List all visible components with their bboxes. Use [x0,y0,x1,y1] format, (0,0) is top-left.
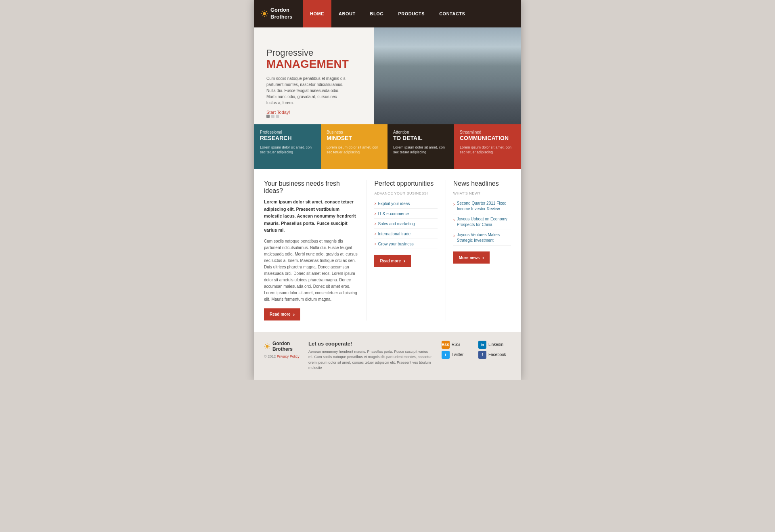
linkedin-label: Linkedin [488,342,503,347]
svg-line-14 [265,344,266,345]
news-list: Second Quarter 2011 Fixed Income Investo… [453,199,511,246]
facebook-label: Facebook [488,352,506,357]
right-subtitle: WHAT'S NEW? [453,191,511,195]
feature-mindset: Business MINDSET Lorem ipsum dolor sit a… [321,124,388,169]
footer-year: © 2012 [264,354,276,358]
hero-image [374,27,521,124]
nav-products[interactable]: PRODUCTS [391,0,432,27]
footer-logo-line1: Gordon [272,341,290,346]
left-section-title: Your business needs fresh ideas? [264,180,358,195]
logo-line2: Brothers [270,14,292,20]
footer-copyright: © 2012 Privacy Policy [264,354,300,358]
news-item-0[interactable]: Second Quarter 2011 Fixed Income Investo… [453,199,511,214]
hero-title-top: Progressive [266,48,349,58]
opp-item-4[interactable]: Grow your business [374,239,437,249]
footer: GordonBrothers © 2012 Privacy Policy Let… [254,332,521,380]
svg-line-17 [265,348,266,348]
footer-middle: Let us cooperate! Aenean nonummy hendrer… [308,341,434,371]
header: Gordon Brothers HOME ABOUT BLOG PRODUCTS… [254,0,521,27]
dot-2[interactable] [271,115,274,118]
feature-research-title: RESEARCH [260,135,315,142]
left-intro: Lorem ipsum dolor sit amet, consec tetue… [264,199,358,234]
logo-line1: Gordon [270,7,289,13]
footer-coop-text: Aenean nonummy hendrerit mauris. Phasell… [308,349,434,371]
rss-icon: RSS [442,341,450,349]
feature-detail-title: TO DETAIL [393,135,448,142]
linkedin-icon: in [478,341,486,349]
feature-research-desc: Lorem ipsum dolor sit amet, con sec tetu… [260,145,315,155]
news-item-1[interactable]: Joyous Upbeat on Economy Prospects for C… [453,214,511,230]
svg-line-15 [269,348,269,348]
feature-mindset-desc: Lorem ipsum dolor sit amet, con sec tetu… [327,145,382,155]
social-facebook[interactable]: f Facebook [478,351,511,359]
svg-point-9 [266,345,268,348]
dot-1[interactable] [266,115,270,118]
hero-title-bottom: MANAGEMENT [266,58,349,71]
right-section-title: News headlines [453,180,511,187]
feature-boxes: Professional RESEARCH Lorem ipsum dolor … [254,124,521,169]
svg-line-8 [262,16,263,17]
dot-3[interactable] [276,115,279,118]
hero-cta-link[interactable]: Start Today! [266,110,290,115]
facebook-icon: f [478,351,486,359]
feature-detail: Attention TO DETAIL Lorem ipsum dolor si… [388,124,454,169]
nav-blog[interactable]: BLOG [363,0,391,27]
right-column: News headlines WHAT'S NEW? Second Quarte… [446,180,511,320]
social-rss[interactable]: RSS RSS [442,341,474,349]
feature-detail-desc: Lorem ipsum dolor sit amet, con sec tetu… [393,145,448,155]
news-item-2[interactable]: Joyous Ventures Makes Strategic Investme… [453,230,511,246]
feature-communication: Streamlined COMMUNICATION Lorem ipsum do… [454,124,521,169]
footer-logo-text: GordonBrothers [264,341,300,352]
read-more-mid[interactable]: Read more [374,255,411,267]
feature-communication-label: Streamlined [460,130,515,134]
opp-item-2[interactable]: Sales and marketing [374,219,437,229]
opp-item-0[interactable]: Exploit your ideas [374,199,437,209]
left-column: Your business needs fresh ideas? Lorem i… [264,180,358,320]
logo-text: Gordon Brothers [270,7,292,21]
feature-communication-desc: Lorem ipsum dolor sit amet, con sec tetu… [460,145,515,155]
opp-item-1[interactable]: IT & e-commerce [374,209,437,219]
feature-communication-title: COMMUNICATION [460,135,515,142]
opportunity-list: Exploit your ideas IT & e-commerce Sales… [374,199,437,249]
nav-contacts[interactable]: CONTACTS [432,0,472,27]
footer-logo: GordonBrothers © 2012 Privacy Policy [264,341,300,358]
nav-about[interactable]: ABOUT [331,0,363,27]
feature-mindset-label: Business [327,130,382,134]
feature-research: Professional RESEARCH Lorem ipsum dolor … [254,124,321,169]
nav-home[interactable]: HOME [303,0,331,27]
hero-person-image [374,27,521,124]
social-twitter[interactable]: t Twitter [442,351,474,359]
feature-detail-label: Attention [393,130,448,134]
mid-column: Perfect opportunities ADVANCE YOUR BUSIN… [367,180,437,320]
privacy-policy-link[interactable]: Privacy Policy [277,354,300,358]
more-news-btn[interactable]: More news [453,251,490,264]
page-wrapper: Gordon Brothers HOME ABOUT BLOG PRODUCTS… [254,0,521,380]
feature-research-label: Professional [260,130,315,134]
opp-item-3[interactable]: International trade [374,229,437,239]
footer-coop-title: Let us cooperate! [308,341,434,347]
hero-section: Progressive MANAGEMENT Cum sociis natoqu… [254,27,521,124]
svg-line-7 [266,11,267,12]
mid-subtitle: ADVANCE YOUR BUSINESS! [374,191,437,195]
svg-line-6 [266,16,267,17]
twitter-icon: t [442,351,450,359]
twitter-label: Twitter [452,352,463,357]
logo-icon [261,10,268,17]
social-linkedin[interactable]: in Linkedin [478,341,511,349]
mid-section-title: Perfect opportunities [374,180,437,187]
svg-line-16 [269,344,269,345]
logo-area: Gordon Brothers [254,0,303,27]
hero-dots [266,115,279,118]
svg-line-5 [262,11,263,12]
left-body: Cum sociis natoque penatibus et magnis d… [264,238,358,303]
svg-point-0 [263,12,266,15]
hero-description: Cum sociis natoque penatibus et magnis d… [266,75,347,106]
rss-label: RSS [452,342,460,347]
read-more-left[interactable]: Read more [264,308,300,320]
main-nav: HOME ABOUT BLOG PRODUCTS CONTACTS [303,0,521,27]
feature-mindset-title: MINDSET [327,135,382,142]
footer-social: RSS RSS in Linkedin t Twitter f Facebook [442,341,511,359]
hero-content: Progressive MANAGEMENT Cum sociis natoqu… [266,48,349,115]
footer-logo-line2: Brothers [272,346,293,352]
main-content: Your business needs fresh ideas? Lorem i… [254,169,521,332]
